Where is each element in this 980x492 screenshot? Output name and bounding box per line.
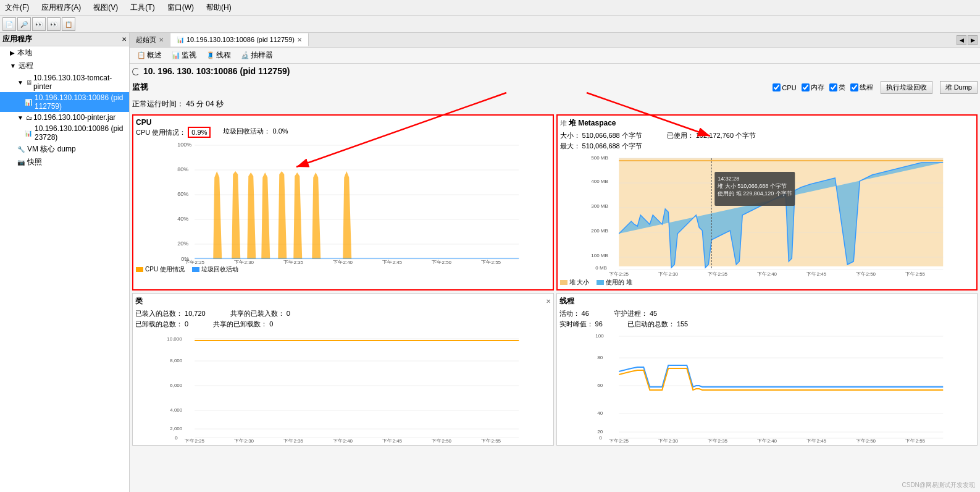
sampler-icon: 🔬 [241,51,249,59]
classes-stats-row1: 已装入的总数： 10,720 共享的已装入数： 0 [135,309,551,318]
svg-text:下午2:40: 下午2:40 [757,438,777,443]
toolbar-btn-1[interactable]: 📄 [2,17,16,31]
sidebar-remote-label: 远程 [19,61,33,71]
svg-text:下午2:25: 下午2:25 [185,260,204,264]
heap-dump-button[interactable]: 堆 Dump [940,81,978,94]
svg-text:80: 80 [597,355,603,360]
heap-stats: 大小： 510,066,688 个字节 已使用： 192,172,760 个字节… [560,131,974,151]
svg-text:10,000: 10,000 [167,336,182,342]
tab-conn-close[interactable]: ✕ [297,36,302,43]
monitor-subtitle: 监视 [132,82,148,93]
sidebar-item-host2[interactable]: ▼ 🗂 10.196.130.100-pinter.jar [0,112,129,123]
refresh-icon [132,68,140,75]
subtab-monitor[interactable]: 📊 监视 [169,49,199,62]
heap-used-color [597,280,604,285]
toolbar-btn-2[interactable]: 🔎 [17,17,31,31]
menu-help[interactable]: 帮助(H) [204,1,234,14]
toolbar-btn-4[interactable]: 👀 [47,17,61,31]
classes-stats: 已装入的总数： 10,720 共享的已装入数： 0 已卸载的总数： [135,309,551,329]
heap-size-label: 大小： 510,066,688 个字节 [560,131,642,140]
toolbar-btn-5[interactable]: 📋 [62,17,75,31]
classes-panel-title: 类 [135,296,143,307]
menu-app[interactable]: 应用程序(A) [39,1,83,14]
heap-max-value: 510,066,688 个字节 [582,142,642,150]
cpu-checkbox[interactable] [773,83,781,91]
main-layout: 应用程序 ✕ ▶ 本地 ▼ 远程 ▼ 🖥 10.196.130.103-tomc… [0,33,980,492]
heap-size-legend-label: 堆 大小 [569,278,590,287]
svg-text:200 MB: 200 MB [591,228,608,234]
threads-checkbox[interactable] [850,83,858,91]
svg-text:下午2:55: 下午2:55 [481,260,501,264]
classes-loaded: 已装入的总数： 10,720 [135,309,206,318]
svg-text:下午2:40: 下午2:40 [333,438,353,443]
threads-peak: 实时峰值： 96 [559,320,603,329]
tab-start-close[interactable]: ✕ [159,36,164,43]
sidebar: 应用程序 ✕ ▶ 本地 ▼ 远程 ▼ 🖥 10.196.130.103-tomc… [0,33,130,492]
classes-close-btn[interactable]: ✕ [546,298,551,305]
subtab-overview[interactable]: 📋 概述 [135,49,164,62]
threads-stats-row1: 活动： 46 守护进程： 45 [559,309,975,318]
top-monitor-grid: CPU CPU 使用情况： 0.9% 垃圾回收活动： 0.0% [132,114,978,291]
cpu-chart-container: 100% 80% 60% 40% 20% 0% [136,140,550,264]
svg-text:8,000: 8,000 [170,358,183,363]
sidebar-item-local[interactable]: ▶ 本地 [0,46,129,59]
sidebar-item-snapshot[interactable]: 📷 快照 [0,156,129,169]
tree-expand-icon4: ▼ [17,114,23,121]
checkbox-threads[interactable]: 线程 [850,83,873,92]
classes-chart: 10,000 8,000 6,000 4,000 2,000 0 [135,331,551,443]
cpu-usage-value: 0.9% [188,127,211,138]
svg-text:下午2:25: 下午2:25 [609,271,629,277]
svg-text:100 MB: 100 MB [591,253,608,258]
menu-file[interactable]: 文件(F) [2,1,31,14]
page-title-row: 10. 196. 130. 103:10086 (pid 112759) [132,66,978,78]
svg-text:下午2:50: 下午2:50 [856,438,876,443]
toolbar-btn-3[interactable]: 👀 [32,17,46,31]
memory-checkbox[interactable] [802,83,810,91]
overview-icon: 📋 [137,51,146,59]
tab-start[interactable]: 起始页 ✕ [130,33,170,47]
menu-view[interactable]: 视图(V) [91,1,120,14]
page-title: 10. 196. 130. 103:10086 (pid 112759) [132,66,290,76]
tab-prev-btn[interactable]: ◀ [957,35,966,45]
threads-started-value: 155 [677,320,688,328]
tab-next-btn[interactable]: ▶ [968,35,978,45]
threads-panel: 线程 活动： 46 守护进程： 45 [556,293,978,446]
threads-panel-header: 线程 [559,296,975,307]
svg-text:下午2:55: 下午2:55 [905,271,925,277]
sidebar-close-btn[interactable]: ✕ [122,36,127,43]
threads-panel-title: 线程 [559,296,574,307]
svg-text:下午2:35: 下午2:35 [708,271,727,277]
checkbox-memory[interactable]: 内存 [802,83,824,92]
tab-connection[interactable]: 📊 10.196.130.103:10086 (pid 112759) ✕ [170,33,309,46]
gc-button[interactable]: 执行垃圾回收 [881,81,932,94]
svg-text:下午2:30: 下午2:30 [234,438,254,443]
heap-panel-header: 堆 堆 Metaspace [560,118,974,129]
cpu-gc-value: 0.0% [272,127,288,135]
sidebar-item-conn2[interactable]: 📊 10.196.130.100:10086 (pid 23728) [0,123,129,143]
svg-text:100: 100 [595,333,604,339]
svg-text:100%: 100% [177,142,191,148]
classes-shared-unloaded: 共享的已卸载数： 0 [213,320,273,329]
classes-shared-loaded: 共享的已装入数： 0 [230,309,290,318]
threads-stats: 活动： 46 守护进程： 45 实时峰值： 96 [559,309,975,329]
svg-text:下午2:50: 下午2:50 [856,271,876,277]
sidebar-item-vm-dump[interactable]: 🔧 VM 核心 dump [0,143,129,156]
heap-size-value: 510,066,688 个字节 [582,132,642,139]
checkbox-cpu[interactable]: CPU [773,83,796,91]
classes-checkbox[interactable] [829,83,837,91]
conn1-icon: 📊 [25,99,32,106]
heap-legend: 堆 大小 使用的 堆 [560,278,974,287]
sidebar-item-host1[interactable]: ▼ 🖥 10.196.130.103-tomcat-pinter [0,72,129,92]
menu-tools[interactable]: 工具(T) [128,1,157,14]
svg-text:60%: 60% [177,191,188,197]
menu-window[interactable]: 窗口(W) [165,1,196,14]
svg-text:400 MB: 400 MB [591,179,608,184]
subtab-overview-label: 概述 [147,50,162,61]
subtab-sampler[interactable]: 🔬 抽样器 [238,49,275,62]
checkbox-classes[interactable]: 类 [829,83,845,92]
classes-panel-header: 类 ✕ [135,296,551,307]
sidebar-item-conn1[interactable]: 📊 10.196.130.103:10086 (pid 112759) [0,92,129,112]
threads-daemon-value: 45 [650,310,657,317]
subtab-threads[interactable]: 🧵 线程 [204,49,233,62]
sidebar-item-remote[interactable]: ▼ 远程 [0,59,129,72]
